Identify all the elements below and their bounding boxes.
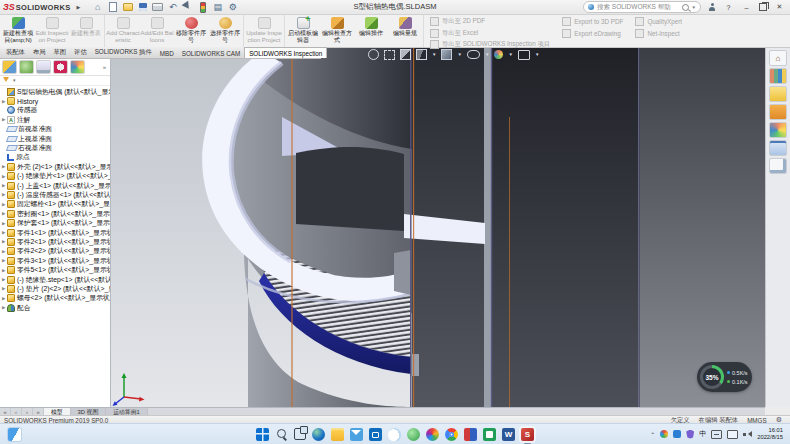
mail-taskbar-icon[interactable] (350, 428, 363, 441)
tray-shield-icon[interactable] (686, 430, 694, 439)
design-library-tab[interactable] (769, 68, 787, 84)
widgets-icon[interactable] (7, 427, 22, 442)
tree-item-4[interactable]: 上视基准面 (0, 134, 110, 143)
tree-root-item[interactable]: S型铝轴热电偶 (默认<默认_显示状态-1 (0, 87, 110, 96)
graphics-viewport[interactable] (110, 47, 765, 407)
file-properties-icon[interactable]: ▤ (212, 2, 223, 13)
edit-gages-button[interactable]: 编辑量规 (388, 15, 422, 37)
view-settings-caret-icon[interactable]: ▼ (535, 52, 539, 57)
touch-keyboard-icon[interactable] (711, 430, 722, 439)
tree-item-7[interactable]: ▶外壳 (2)<1> (默认<<默认>_显示状 (0, 162, 110, 171)
tree-item-21[interactable]: ▶螺母<2> (默认<<默认>_显示状态 (0, 294, 110, 303)
hide-show-items-caret-icon[interactable]: ▼ (485, 52, 489, 57)
file-explorer-taskbar-icon[interactable] (331, 428, 344, 441)
undo-icon[interactable]: ↶ (167, 2, 178, 13)
edit-inspection-methods-button[interactable]: 编辑检查方式 (320, 15, 354, 43)
select-balloons-button[interactable]: 选择零件序号 (208, 15, 242, 43)
edit-appearance-icon[interactable] (494, 50, 503, 59)
tree-item-22[interactable]: ▶配合 (0, 303, 110, 312)
edit-operations-button[interactable]: 编辑操作 (354, 15, 388, 37)
tree-item-19[interactable]: ▶(-) 绝缘垫.step<1> (默认<<默认> (0, 275, 110, 284)
photos-taskbar-icon[interactable] (426, 428, 439, 441)
filter-caret-icon[interactable]: ▼ (12, 78, 16, 83)
copy-settings-tab[interactable] (769, 158, 787, 174)
launch-template-editor-button[interactable]: 启动模板编辑器 (286, 15, 320, 43)
tree-item-9[interactable]: ▶(-) 上盖<1> (默认<<默认>_显示状 (0, 181, 110, 190)
tree-item-13[interactable]: ▶保护套<1> (默认<<默认>_显示状 (0, 218, 110, 227)
help-button[interactable]: ? (723, 4, 734, 11)
tree-item-14[interactable]: ▶零件1<1> (默认<<默认>_显示状态 (0, 228, 110, 237)
tab-草图[interactable]: 草图 (49, 46, 70, 58)
display-manager-tab-icon[interactable] (70, 60, 85, 74)
custom-properties-tab[interactable] (769, 140, 787, 156)
restore-button[interactable] (759, 3, 767, 11)
search-box[interactable]: 搜索 SOLIDWORKS 帮助 ▼ (583, 1, 701, 13)
tab-装配体[interactable]: 装配体 (2, 46, 29, 58)
tree-item-2[interactable]: ▶注解 (0, 115, 110, 124)
solidworks-resources-tab[interactable]: ⌂ (769, 50, 787, 66)
view-settings-icon[interactable] (518, 50, 530, 60)
search-taskbar-icon[interactable] (275, 428, 288, 441)
tab-评估[interactable]: 评估 (70, 46, 91, 58)
options-icon[interactable]: ⚙ (227, 2, 238, 13)
menu-expand-arrow-icon[interactable]: ▶ (76, 4, 80, 10)
solidworks-taskbar-icon[interactable]: S (521, 428, 534, 441)
login-icon[interactable] (708, 3, 716, 11)
open-icon[interactable] (122, 2, 133, 13)
app-green-taskbar-icon[interactable] (407, 428, 420, 441)
tray-expand-icon[interactable]: ⌃ (650, 431, 655, 438)
print-icon[interactable] (152, 2, 163, 13)
save-icon[interactable] (137, 2, 148, 13)
tab-布局[interactable]: 布局 (29, 46, 50, 58)
sheets-taskbar-icon[interactable] (483, 428, 496, 441)
edit-appearance-caret-icon[interactable]: ▼ (508, 52, 512, 57)
volume-icon[interactable] (743, 430, 752, 438)
zoom-area-icon[interactable] (384, 50, 395, 60)
view-orientation-icon[interactable] (416, 49, 427, 60)
tree-item-10[interactable]: ▶(-) 温度传感器<1> (默认<<默认>_ (0, 190, 110, 199)
new-document-icon[interactable] (107, 2, 118, 13)
tab-mbd[interactable]: MBD (156, 48, 178, 58)
tab-solidworks-cam[interactable]: SOLIDWORKS CAM (178, 48, 244, 58)
onedrive-taskbar-icon[interactable] (388, 428, 401, 441)
network-icon[interactable] (727, 430, 738, 439)
tree-item-16[interactable]: ▶零件2<2> (默认<<默认>_显示状态 (0, 247, 110, 256)
chrome-taskbar-icon[interactable] (445, 428, 458, 441)
system-monitor-badge[interactable]: 35% 0.5K/s 0.1K/s (697, 362, 752, 392)
tree-item-6[interactable]: 原点 (0, 153, 110, 162)
remove-balloons-button[interactable]: 移除零件序号 (174, 15, 208, 43)
minimize-button[interactable]: – (741, 4, 752, 11)
view-orientation-caret-icon[interactable]: ▼ (432, 52, 436, 57)
edge-taskbar-icon[interactable] (312, 428, 325, 441)
tree-item-0[interactable]: ▶History (0, 96, 110, 105)
close-button[interactable]: ✕ (774, 3, 785, 11)
select-icon[interactable] (182, 2, 193, 13)
tree-item-18[interactable]: ▶零件5<1> (默认<<默认>_显示状态 (0, 265, 110, 274)
search-icon[interactable] (682, 4, 689, 11)
appearances-scenes-tab[interactable] (769, 122, 787, 138)
task-view-taskbar-icon[interactable] (294, 428, 306, 440)
book-taskbar-icon[interactable] (464, 428, 477, 441)
feature-manager-tab-icon[interactable] (2, 60, 17, 74)
hide-show-items-icon[interactable] (467, 50, 480, 59)
display-style-icon[interactable] (441, 49, 452, 60)
property-manager-tab-icon[interactable] (19, 60, 34, 74)
zoom-fit-icon[interactable] (368, 49, 379, 60)
tree-filter-row[interactable]: ▼ (0, 76, 110, 86)
home-icon[interactable]: ⌂ (92, 2, 103, 13)
tree-item-3[interactable]: 前视基准面 (0, 125, 110, 134)
tree-item-5[interactable]: 右视基准面 (0, 143, 110, 152)
tree-item-11[interactable]: ▶固定螺栓<1> (默认<<默认>_显示 (0, 200, 110, 209)
word-taskbar-icon[interactable]: W (502, 428, 515, 441)
clock[interactable]: 16:01 2022/8/15 (757, 427, 783, 441)
tree-item-15[interactable]: ▶零件2<1> (默认<<默认>_显示状态 (0, 237, 110, 246)
tray-app1-icon[interactable] (660, 430, 668, 438)
new-inspection-project-button[interactable]: 新建检查项目(amp;N) (1, 15, 35, 43)
rebuild-icon[interactable] (197, 2, 208, 13)
tab-solidworks-inspection[interactable]: SOLIDWORKS Inspection (244, 47, 327, 58)
section-view-icon[interactable] (400, 49, 411, 60)
tree-item-1[interactable]: 传感器 (0, 106, 110, 115)
tabs-overflow-icon[interactable]: » (103, 64, 108, 70)
configuration-manager-tab-icon[interactable] (36, 60, 51, 74)
dimxpert-manager-tab-icon[interactable] (53, 60, 68, 74)
